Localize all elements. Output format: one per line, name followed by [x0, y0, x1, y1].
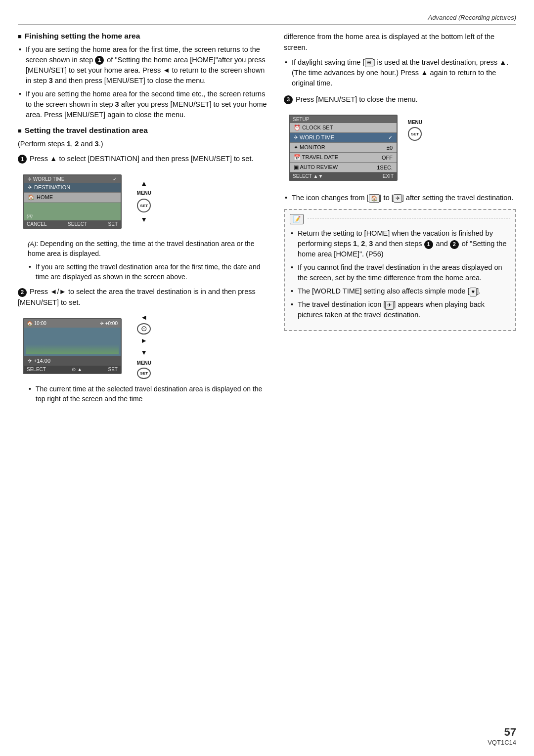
dest-icon: ✈ — [385, 301, 394, 310]
time-buttons: SELECT ⊙ ▲ SET — [24, 366, 121, 373]
menu-label2: MENU — [137, 360, 151, 366]
list-item: The current time at the selected travel … — [29, 384, 270, 404]
right-para1: difference from the home area is display… — [284, 32, 516, 53]
step-circle-3: 3 — [284, 95, 293, 104]
model-number: VQT1C14 — [488, 739, 516, 746]
list-item: If you are setting the travel destinatio… — [29, 262, 270, 282]
content-columns: Finishing setting the home area If you a… — [18, 32, 516, 406]
step-circle-1: 1 — [18, 155, 27, 164]
right-bullets: If daylight saving time [⊕] is used at t… — [284, 57, 516, 88]
world-time-screen: ✈ WORLD TIME ✓ ✈ DESTINATION 🏠 HOME — [23, 174, 122, 229]
menu-screen-controls: MENU SET — [408, 120, 422, 141]
step-circle-n2: 2 — [450, 240, 459, 249]
note-divider — [308, 218, 510, 218]
list-item: If you are setting the home area for the… — [18, 44, 270, 86]
map-area — [24, 328, 121, 356]
section2-heading: Setting the travel destination area — [18, 126, 270, 135]
menu-screen-bottom: SELECT ▲▼ EXIT — [290, 172, 397, 180]
time-bottom: ✈ +14:00 — [24, 356, 121, 366]
step1-bullets: If you are setting the travel destinatio… — [18, 262, 270, 282]
time-screen: 🏠 10:00 ✈ +0:00 ✈ +14:00 SELECT ⊙ ▲ — [23, 318, 122, 374]
menu-screen-top: SETUP — [290, 116, 397, 123]
menu-label3: MENU — [408, 120, 422, 125]
menu-row-worldtime: ✈ WORLD TIME ✓ — [290, 133, 397, 143]
left-column: Finishing setting the home area If you a… — [18, 32, 270, 406]
step-circle-1: 1 — [95, 56, 104, 65]
step-circle-2: 2 — [18, 288, 27, 297]
menu-screen-container: SETUP ⏰ CLOCK SET ✈ WORLD TIME ✓ — [284, 110, 422, 186]
right-column: difference from the home area is display… — [284, 32, 516, 337]
set-button2: SET — [137, 368, 151, 379]
step1-text: 1 Press ▲ to select [DESTINATION] and th… — [18, 154, 270, 165]
set-button3: SET — [408, 127, 422, 141]
screen-top-bar: ✈ WORLD TIME ✓ — [24, 175, 121, 183]
joystick-icon: ⊙ — [137, 323, 151, 335]
arrow-down-icon: ▼ — [140, 215, 147, 223]
list-item: If you cannot find the travel destinatio… — [290, 262, 510, 283]
menu-label: MENU — [137, 190, 151, 196]
header-text: Advanced (Recording pictures) — [428, 14, 516, 21]
list-item: If daylight saving time [⊕] is used at t… — [284, 57, 516, 88]
arrow-up-icon: ▲ — [140, 179, 147, 187]
simple-mode-icon: ♥ — [470, 288, 477, 296]
screen-rows: ✈ DESTINATION 🏠 HOME (A) — [24, 183, 121, 220]
note-bullets: Return the setting to [HOME] when the va… — [290, 228, 510, 320]
page-footer: 57 VQT1C14 — [488, 726, 516, 746]
step-circle-n1: 1 — [424, 240, 433, 249]
list-item: The [WORLD TIME] setting also affects si… — [290, 286, 510, 296]
list-item: Return the setting to [HOME] when the va… — [290, 228, 510, 259]
arrow-right-icon: ► — [140, 336, 147, 344]
arrow-left-icon: ◄ — [140, 313, 147, 321]
dst-icon: ⊕ — [365, 58, 373, 67]
set-button: SET — [137, 199, 151, 212]
note-icon: 📝 — [290, 214, 304, 224]
note-a: (A): Depending on the setting, the time … — [18, 239, 270, 259]
section1-bullets: If you are setting the home area for the… — [18, 44, 270, 120]
list-item: The icon changes from [🏠] to [✈] after s… — [284, 193, 516, 203]
home-icon: 🏠 — [369, 194, 380, 203]
page-header: Advanced (Recording pictures) — [18, 14, 516, 25]
arrow-down2-icon: ▼ — [140, 348, 147, 356]
step2-text: 2 Press ◄/► to select the area the trave… — [18, 287, 270, 308]
time-screen-controls: ◄ ⊙ ► ▼ MENU SET — [137, 313, 151, 379]
world-map-visual — [26, 330, 119, 354]
section2-sub: (Perform steps 1, 2 and 3.) — [18, 139, 270, 150]
menu-row-clockset: ⏰ CLOCK SET — [290, 123, 397, 133]
icon-change-note: The icon changes from [🏠] to [✈] after s… — [284, 193, 516, 203]
page-container: Advanced (Recording pictures) Finishing … — [0, 0, 534, 756]
step3-text: 3 Press [MENU/SET] to close the menu. — [284, 94, 516, 105]
note-box-header: 📝 — [290, 214, 510, 224]
note-box: 📝 Return the setting to [HOME] when the … — [284, 209, 516, 331]
menu-row-autoreview: ▣ AUTO REVIEW 1SEC. — [290, 163, 397, 172]
section1-heading: Finishing setting the home area — [18, 32, 270, 41]
list-item: If you are setting the home area for the… — [18, 89, 270, 120]
map-area: (A) — [24, 203, 121, 220]
menu-set-controls: ▲ MENU SET ▼ — [137, 169, 151, 234]
step2-bullets: The current time at the selected travel … — [18, 384, 270, 404]
destination-row: ✈ DESTINATION — [24, 183, 121, 193]
travel-icon: ✈ — [394, 194, 402, 203]
menu-screen: SETUP ⏰ CLOCK SET ✈ WORLD TIME ✓ — [289, 115, 398, 181]
home-row: 🏠 HOME — [24, 193, 121, 203]
list-item: The travel destination icon [✈] appears … — [290, 299, 510, 320]
time-screen-top: 🏠 10:00 ✈ +0:00 — [24, 319, 121, 328]
a-label: (A) — [27, 213, 33, 218]
menu-row-monitor: ✦ MONITOR ±0 — [290, 143, 397, 153]
screen-bottom: CANCEL SELECT SET — [24, 220, 121, 228]
page-number: 57 — [488, 726, 516, 739]
menu-row-traveldate: 📅 TRAVEL DATE OFF — [290, 153, 397, 163]
